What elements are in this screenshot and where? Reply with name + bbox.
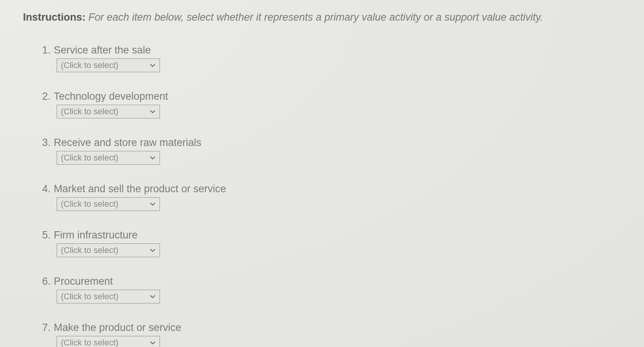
question-label: 3. Receive and store raw materials xyxy=(42,137,621,149)
question-dropdown-5[interactable]: (Click to select) xyxy=(57,243,160,257)
question-item: 3. Receive and store raw materials (Clic… xyxy=(42,137,621,165)
question-number: 2. xyxy=(42,91,51,102)
question-number: 1. xyxy=(42,44,51,56)
question-text: Receive and store raw materials xyxy=(54,137,202,149)
question-item: 1. Service after the sale (Click to sele… xyxy=(42,44,621,72)
dropdown-placeholder: (Click to select) xyxy=(61,292,150,302)
question-item: 6. Procurement (Click to select) xyxy=(42,276,621,303)
question-number: 5. xyxy=(42,229,51,241)
question-number: 7. xyxy=(42,322,51,334)
question-label: 1. Service after the sale xyxy=(42,44,621,56)
instructions-label: Instructions: xyxy=(23,11,86,23)
question-dropdown-3[interactable]: (Click to select) xyxy=(57,151,160,165)
question-dropdown-2[interactable]: (Click to select) xyxy=(57,105,160,118)
question-text: Procurement xyxy=(54,276,113,287)
question-number: 4. xyxy=(42,183,51,195)
question-text: Firm infrastructure xyxy=(54,229,138,241)
question-item: 4. Market and sell the product or servic… xyxy=(42,183,621,211)
question-text: Service after the sale xyxy=(54,44,151,56)
question-dropdown-1[interactable]: (Click to select) xyxy=(57,58,160,72)
question-item: 2. Technology development (Click to sele… xyxy=(42,91,621,118)
question-text: Make the product or service xyxy=(54,322,181,334)
question-text: Technology development xyxy=(54,91,168,102)
instructions-text: For each item below, select whether it r… xyxy=(88,11,543,23)
chevron-down-icon xyxy=(150,201,156,207)
dropdown-placeholder: (Click to select) xyxy=(61,107,150,117)
question-number: 6. xyxy=(42,276,51,287)
instructions: Instructions: For each item below, selec… xyxy=(23,11,621,23)
chevron-down-icon xyxy=(150,109,156,115)
question-label: 7. Make the product or service xyxy=(42,322,621,334)
chevron-down-icon xyxy=(150,293,156,300)
dropdown-placeholder: (Click to select) xyxy=(61,153,150,163)
question-dropdown-7[interactable]: (Click to select) xyxy=(57,336,160,347)
question-label: 6. Procurement xyxy=(42,276,621,287)
question-item: 5. Firm infrastructure (Click to select) xyxy=(42,229,621,257)
chevron-down-icon xyxy=(150,247,156,253)
dropdown-placeholder: (Click to select) xyxy=(61,338,150,347)
dropdown-placeholder: (Click to select) xyxy=(61,199,150,209)
question-dropdown-4[interactable]: (Click to select) xyxy=(57,197,160,211)
question-label: 2. Technology development xyxy=(42,91,621,102)
question-text: Market and sell the product or service xyxy=(54,183,226,195)
question-number: 3. xyxy=(42,137,51,149)
dropdown-placeholder: (Click to select) xyxy=(61,60,150,70)
questions-list: 1. Service after the sale (Click to sele… xyxy=(23,44,621,347)
question-item: 7. Make the product or service (Click to… xyxy=(42,322,621,347)
question-label: 5. Firm infrastructure xyxy=(42,229,621,241)
chevron-down-icon xyxy=(150,340,156,346)
chevron-down-icon xyxy=(150,155,156,161)
dropdown-placeholder: (Click to select) xyxy=(61,245,150,255)
question-label: 4. Market and sell the product or servic… xyxy=(42,183,621,195)
chevron-down-icon xyxy=(150,62,156,68)
question-dropdown-6[interactable]: (Click to select) xyxy=(57,290,160,303)
